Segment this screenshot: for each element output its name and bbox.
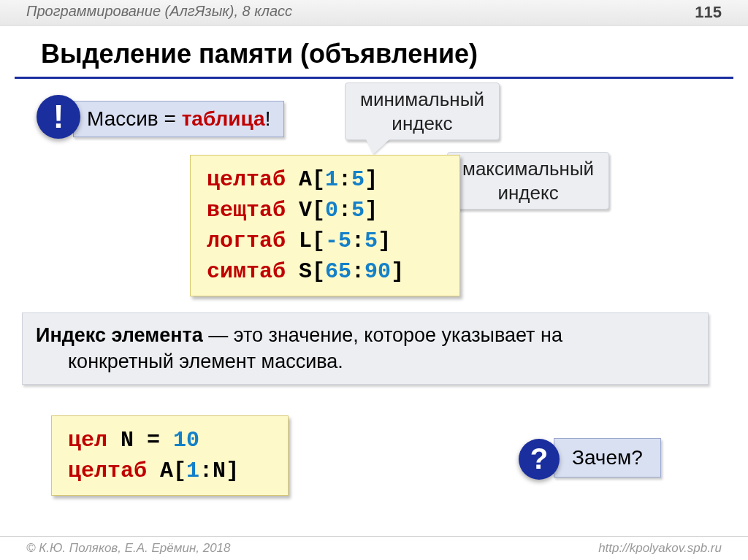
code-line: целтаб A[1:5] <box>207 164 443 195</box>
callout-min-index: минимальный индекс <box>345 83 500 140</box>
question-badge: ? <box>519 439 560 480</box>
callout-max-index: максимальный индекс <box>447 152 609 210</box>
slide-header: Программирование (АлгЯзык), 8 класс 115 <box>0 0 748 26</box>
footer-url: http://kpolyakov.spb.ru <box>598 541 722 556</box>
code-line: вещтаб V[0:5] <box>207 195 443 226</box>
why-box: Зачем? <box>554 438 661 477</box>
slide-footer: © К.Ю. Поляков, Е.А. Ерёмин, 2018 http:/… <box>0 536 748 560</box>
exclamation-badge: ! <box>37 95 80 139</box>
exclamation-icon: ! <box>53 99 64 135</box>
definition-box: Индекс элемента — это значение, которое … <box>22 312 709 385</box>
footer-copyright: © К.Ю. Поляков, Е.А. Ерёмин, 2018 <box>26 541 231 556</box>
code-const-size: цел N = 10 целтаб A[1:N] <box>51 415 289 496</box>
question-mark-icon: ? <box>530 442 548 475</box>
code-line: целтаб A[1:N] <box>68 456 272 486</box>
code-line: симтаб S[65:90] <box>207 256 443 287</box>
code-line: логтаб L[-5:5] <box>207 226 443 256</box>
page-number: 115 <box>695 3 722 22</box>
subject-label: Программирование (АлгЯзык), 8 класс <box>26 3 292 22</box>
array-is-table-note: Массив = таблица! <box>73 101 284 137</box>
code-line: цел N = 10 <box>68 425 272 456</box>
code-array-declarations: целтаб A[1:5] вещтаб V[0:5] логтаб L[-5:… <box>190 155 460 296</box>
callout-tail-icon <box>366 139 389 154</box>
page-title: Выделение памяти (объявление) <box>15 26 733 79</box>
why-group: ? Зачем? <box>519 436 661 480</box>
